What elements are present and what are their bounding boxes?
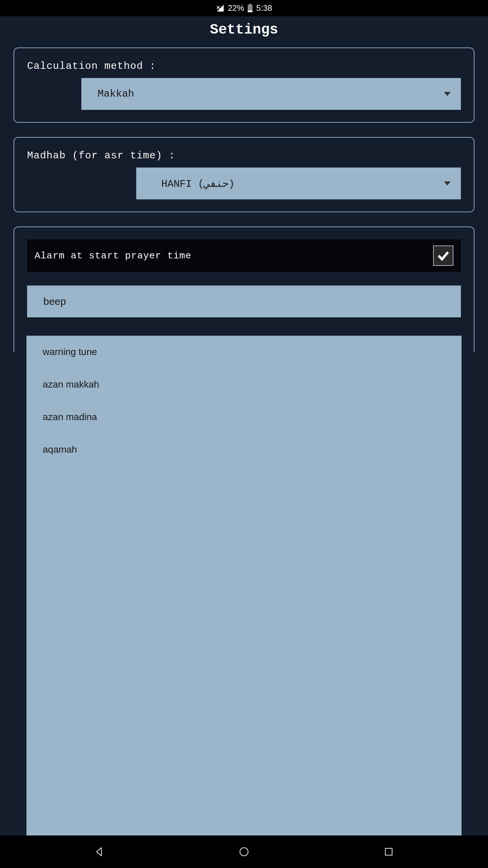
clock-time: 5:38	[256, 3, 272, 13]
signal-icon	[216, 4, 224, 12]
page-title: Settings	[0, 16, 278, 47]
sound-option[interactable]: azan madina	[26, 401, 278, 433]
battery-icon	[247, 4, 253, 13]
madhab-card: Madhab (for asr time) : HANFI (حنفي)	[14, 137, 278, 212]
calculation-method-dropdown[interactable]: Makkah	[81, 78, 278, 110]
alarm-card: Alarm at start prayer time beep	[14, 226, 278, 352]
sound-option[interactable]: aqamah	[26, 433, 278, 466]
svg-rect-2	[249, 4, 251, 5]
sound-option[interactable]: azan makkah	[26, 368, 278, 401]
alarm-label: Alarm at start prayer time	[35, 251, 191, 261]
madhab-label: Madhab (for asr time) :	[27, 150, 278, 161]
status-bar: 22% 5:38	[0, 0, 278, 16]
alarm-sound-options-panel: warning tune azan makkah azan madina aqa…	[26, 336, 278, 494]
alarm-sound-value: beep	[43, 296, 66, 307]
madhab-dropdown[interactable]: HANFI (حنفي)	[136, 167, 278, 199]
madhab-value: HANFI (حنفي)	[161, 177, 235, 190]
calculation-method-value: Makkah	[98, 88, 134, 100]
content-area: Settings Calculation method : Makkah Mad…	[0, 16, 278, 494]
alarm-sound-dropdown[interactable]: beep	[27, 285, 278, 317]
calculation-method-card: Calculation method : Makkah	[14, 47, 278, 123]
alarm-toggle-row[interactable]: Alarm at start prayer time	[27, 239, 278, 272]
battery-percent: 22%	[228, 3, 244, 13]
svg-rect-4	[248, 11, 252, 12]
sound-option[interactable]: warning tune	[26, 336, 278, 368]
calculation-method-label: Calculation method :	[27, 60, 278, 72]
